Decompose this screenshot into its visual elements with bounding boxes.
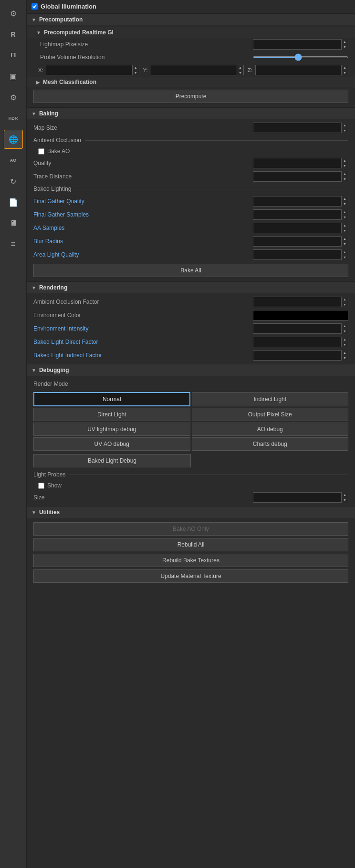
blur-radius-down[interactable]: ▼ [342,241,348,247]
final-gather-samples-input[interactable]: 16 ▲ ▼ [253,209,348,220]
probe-y-down[interactable]: ▼ [237,70,243,75]
render-mode-uv-ao-debug[interactable]: UV AO debug [33,437,190,451]
probe-x-input[interactable]: 10 ▲ ▼ [46,65,139,75]
probe-x-up[interactable]: ▲ [133,65,139,70]
lightmap-pixelsize-field[interactable]: 50.0 [253,41,341,48]
ao-factor-down[interactable]: ▼ [342,302,348,307]
trace-distance-field[interactable] [253,173,341,180]
baked-light-direct-up[interactable]: ▲ [342,337,348,342]
baked-light-indirect-down[interactable]: ▼ [342,355,348,361]
sidebar-icon-refresh[interactable]: ↻ [4,172,23,191]
render-mode-indirect-light[interactable]: Indirect Light [192,392,349,406]
probe-volume-slider-input[interactable] [253,56,348,58]
map-size-up[interactable]: ▲ [342,123,348,128]
size-down[interactable]: ▼ [342,497,348,503]
render-mode-ao-debug[interactable]: AO debug [192,423,349,436]
bake-ao-only-button[interactable]: Bake AO Only [33,522,348,536]
global-illumination-checkbox[interactable] [31,3,38,10]
blur-radius-field[interactable]: 2 [253,238,341,245]
map-size-down[interactable]: ▼ [342,128,348,133]
precomputation-header[interactable]: ▼ Precomputation [27,13,355,25]
aa-samples-field[interactable]: 8 [253,225,341,231]
sidebar-icon-ao[interactable]: AO [4,151,23,170]
rebuild-all-button[interactable]: Rebuild All [33,538,348,551]
render-mode-direct-light[interactable]: Direct Light [33,408,190,421]
sidebar-icon-r[interactable]: R [4,25,23,44]
area-light-quality-down[interactable]: ▼ [342,255,348,260]
ao-factor-input[interactable]: ▲ ▼ [253,297,348,307]
probe-z-down[interactable]: ▼ [342,70,348,75]
mesh-classification-header[interactable]: ▶ Mesh Classification [27,77,355,87]
blur-radius-input[interactable]: 2 ▲ ▼ [253,236,348,247]
sidebar-icon-export[interactable]: 📄 [4,193,23,212]
baked-light-direct-down[interactable]: ▼ [342,342,348,347]
render-mode-charts-debug[interactable]: Charts debug [192,437,349,451]
final-gather-quality-field[interactable]: 512 [253,198,341,205]
final-gather-quality-down[interactable]: ▼ [342,201,348,207]
area-light-quality-up[interactable]: ▲ [342,249,348,255]
size-input[interactable]: ▲ ▼ [253,492,348,503]
quality-input[interactable]: ▲ ▼ [253,158,348,168]
quality-field[interactable] [253,160,341,166]
render-mode-uv-lightmap-debug[interactable]: UV lightmap debug [33,423,190,436]
blur-radius-up[interactable]: ▲ [342,236,348,241]
quality-down[interactable]: ▼ [342,163,348,168]
sidebar-icon-gear[interactable]: ⚙ [4,4,23,23]
probe-z-field[interactable]: 10 [256,67,341,73]
baked-light-direct-field[interactable]: 100.0 [253,339,341,345]
sidebar-icon-monitor[interactable]: 🖥 [4,214,23,233]
bake-ao-checkbox[interactable] [38,148,44,155]
probe-y-input[interactable]: 10 ▲ ▼ [151,65,244,75]
utilities-header[interactable]: ▼ Utilities [27,506,355,518]
baking-header[interactable]: ▼ Baking [27,107,355,119]
aa-samples-input[interactable]: 8 ▲ ▼ [253,223,348,233]
sidebar-icon-stack[interactable]: ≡ [4,235,23,254]
ao-factor-field[interactable] [253,299,341,305]
show-checkbox[interactable] [38,483,44,489]
aa-samples-up[interactable]: ▲ [342,223,348,228]
size-up[interactable]: ▲ [342,492,348,497]
trace-distance-down[interactable]: ▼ [342,176,348,182]
rebuild-bake-textures-button[interactable]: Rebuild Bake Textures [33,554,348,567]
baked-light-indirect-field[interactable]: 100.0 [253,352,341,359]
probe-x-down[interactable]: ▼ [133,70,139,75]
env-intensity-field[interactable]: 100.0 [253,325,341,332]
final-gather-samples-field[interactable]: 16 [253,211,341,218]
rendering-header[interactable]: ▼ Rendering [27,281,355,293]
lightmap-pixelsize-input[interactable]: 50.0 ▲ ▼ [253,39,348,50]
baked-light-direct-input[interactable]: 100.0 ▲ ▼ [253,337,348,347]
sidebar-icon-globe[interactable]: 🌐 [4,130,23,149]
final-gather-samples-down[interactable]: ▼ [342,215,348,220]
aa-samples-down[interactable]: ▼ [342,228,348,233]
debugging-header[interactable]: ▼ Debugging [27,364,355,376]
sidebar-icon-fx[interactable]: 🎞 [4,46,23,65]
env-intensity-up[interactable]: ▲ [342,323,348,329]
trace-distance-input[interactable]: ▲ ▼ [253,171,348,182]
update-material-texture-button[interactable]: Update Material Texture [33,569,348,583]
sidebar-icon-hdr[interactable]: HDR [4,109,23,128]
render-mode-output-pixel-size[interactable]: Output Pixel Size [192,408,349,421]
render-mode-normal[interactable]: Normal [33,392,190,406]
lightmap-pixelsize-down[interactable]: ▼ [342,44,348,50]
baked-light-indirect-input[interactable]: 100.0 ▲ ▼ [253,350,348,361]
lightmap-pixelsize-up[interactable]: ▲ [342,39,348,44]
precompute-button[interactable]: Precompute [33,90,348,103]
baked-light-indirect-up[interactable]: ▲ [342,350,348,355]
probe-y-field[interactable]: 10 [151,67,237,73]
probe-z-input[interactable]: 10 ▲ ▼ [255,65,348,75]
bake-all-button[interactable]: Bake All [33,264,348,277]
probe-x-field[interactable]: 10 [46,67,132,73]
final-gather-samples-up[interactable]: ▲ [342,209,348,215]
env-intensity-down[interactable]: ▼ [342,329,348,334]
ao-factor-up[interactable]: ▲ [342,297,348,302]
probe-z-up[interactable]: ▲ [342,65,348,70]
sidebar-icon-settings2[interactable]: ⚙ [4,88,23,107]
map-size-input[interactable]: 512 ▲ ▼ [253,123,348,133]
final-gather-quality-input[interactable]: 512 ▲ ▼ [253,196,348,207]
sidebar-icon-layers[interactable]: ▣ [4,67,23,86]
area-light-quality-field[interactable]: 64 [253,251,341,258]
trace-distance-up[interactable]: ▲ [342,171,348,176]
size-field[interactable] [253,494,341,501]
quality-up[interactable]: ▲ [342,158,348,163]
precomputed-realtime-gi-header[interactable]: ▼ Precomputed Realtime GI [27,27,355,38]
